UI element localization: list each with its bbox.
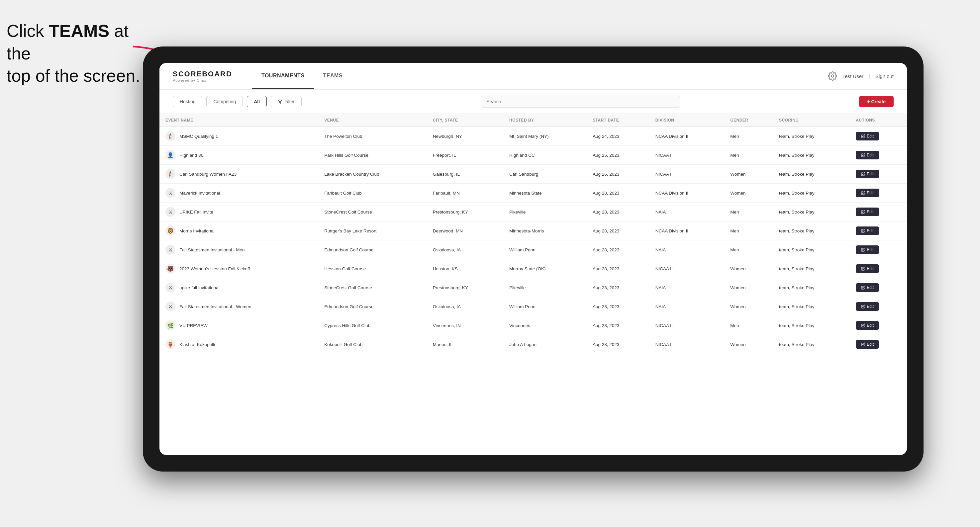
instruction-text: Click TEAMS at thetop of the screen. — [6, 20, 146, 87]
col-gender: GENDER — [724, 114, 773, 127]
user-name: Test User — [842, 73, 863, 79]
event-name-text: upike fall invitational — [180, 285, 220, 290]
cell-actions: Edit — [850, 278, 907, 297]
edit-button[interactable]: Edit — [856, 132, 879, 140]
hosting-tab-button[interactable]: Hosting — [173, 96, 202, 107]
edit-button[interactable]: Edit — [856, 227, 879, 235]
edit-button[interactable]: Edit — [856, 283, 879, 292]
cell-actions: Edit — [850, 316, 907, 335]
edit-button[interactable]: Edit — [856, 189, 879, 197]
cell-gender: Men — [724, 316, 773, 335]
table-row: 🏌 MSMC Qualifying 1 The Powelton Club Ne… — [159, 127, 907, 146]
logo-area: SCOREBOARD Powered by Clippi — [173, 70, 232, 83]
col-hosted-by: HOSTED BY — [503, 114, 587, 127]
event-name-text: Fall Statesmen Invitational - Men — [180, 248, 245, 252]
cell-gender: Men — [724, 222, 773, 240]
cell-actions: Edit — [850, 127, 907, 146]
cell-venue: StoneCrest Golf Course — [318, 203, 427, 222]
cell-start-date: Aug 28, 2023 — [587, 222, 649, 240]
edit-button[interactable]: Edit — [856, 151, 879, 159]
cell-actions: Edit — [850, 335, 907, 354]
logo-title: SCOREBOARD — [173, 70, 232, 78]
sign-out-link[interactable]: Sign out — [875, 73, 894, 79]
create-button[interactable]: + Create — [859, 96, 894, 107]
col-start-date: START DATE — [587, 114, 649, 127]
cell-event-name: 🏌 Carl Sandburg Women FA23 — [159, 165, 318, 184]
edit-button[interactable]: Edit — [856, 321, 879, 330]
tab-teams[interactable]: TEAMS — [314, 63, 352, 89]
cell-hosted-by: William Penn — [503, 240, 587, 259]
cell-city-state: Deerwood, MN — [427, 222, 503, 240]
event-name-text: MSMC Qualifying 1 — [180, 134, 218, 139]
cell-hosted-by: Murray State (OK) — [503, 259, 587, 278]
nav-bar: SCOREBOARD Powered by Clippi TOURNAMENTS… — [159, 63, 907, 90]
cell-gender: Men — [724, 203, 773, 222]
cell-hosted-by: Pikeville — [503, 203, 587, 222]
table-row: ⚔ upike fall invitational StoneCrest Gol… — [159, 278, 907, 297]
cell-start-date: Aug 28, 2023 — [587, 278, 649, 297]
cell-actions: Edit — [850, 297, 907, 316]
cell-start-date: Aug 28, 2023 — [587, 297, 649, 316]
cell-actions: Edit — [850, 222, 907, 240]
table-header: EVENT NAME VENUE CITY, STATE HOSTED BY S… — [159, 114, 907, 127]
edit-button[interactable]: Edit — [856, 170, 879, 178]
cell-start-date: Aug 28, 2023 — [587, 335, 649, 354]
cell-city-state: Freeport, IL — [427, 146, 503, 165]
col-division: DIVISION — [649, 114, 724, 127]
settings-icon[interactable] — [828, 71, 837, 81]
cell-venue: Ruttger's Bay Lake Resort — [318, 222, 427, 240]
cell-gender: Men — [724, 146, 773, 165]
all-tab-button[interactable]: All — [247, 96, 267, 107]
cell-division: NICAA I — [649, 165, 724, 184]
cell-start-date: Aug 25, 2023 — [587, 146, 649, 165]
cell-actions: Edit — [850, 259, 907, 278]
cell-scoring: team, Stroke Play — [773, 297, 850, 316]
event-icon: 🦁 — [165, 226, 175, 236]
table-row: 🌿 VU PREVIEW Cypress Hills Golf Club Vin… — [159, 316, 907, 335]
table-row: 🏌 Carl Sandburg Women FA23 Lake Bracken … — [159, 165, 907, 184]
cell-event-name: ⚔ Fall Statesmen Invitational - Men — [159, 240, 318, 259]
competing-tab-button[interactable]: Competing — [206, 96, 243, 107]
edit-icon — [861, 191, 865, 195]
cell-hosted-by: Pikeville — [503, 278, 587, 297]
cell-scoring: team, Stroke Play — [773, 203, 850, 222]
edit-button[interactable]: Edit — [856, 340, 879, 349]
cell-gender: Women — [724, 184, 773, 203]
cell-start-date: Aug 26, 2023 — [587, 165, 649, 184]
cell-division: NAIA — [649, 297, 724, 316]
table-row: ⚔ Fall Statesmen Invitational - Men Edmu… — [159, 240, 907, 259]
tab-tournaments[interactable]: TOURNAMENTS — [252, 63, 314, 89]
cell-city-state: Marion, IL — [427, 335, 503, 354]
cell-scoring: team, Stroke Play — [773, 146, 850, 165]
cell-scoring: team, Stroke Play — [773, 240, 850, 259]
table-row: ⚔ Maverick Invitational Faribault Golf C… — [159, 184, 907, 203]
cell-event-name: 👤 Highland 36 — [159, 146, 318, 165]
cell-venue: Park Hills Golf Course — [318, 146, 427, 165]
event-name-text: UPIKE Fall Invite — [180, 210, 213, 214]
cell-event-name: ⚔ Maverick Invitational — [159, 184, 318, 203]
edit-icon — [861, 305, 865, 308]
edit-icon — [861, 342, 865, 346]
tablet-frame: SCOREBOARD Powered by Clippi TOURNAMENTS… — [143, 46, 924, 471]
edit-button[interactable]: Edit — [856, 264, 879, 273]
event-name-text: Klash at Kokopelli — [180, 342, 215, 347]
cell-start-date: Aug 28, 2023 — [587, 203, 649, 222]
filter-button[interactable]: Filter — [271, 96, 302, 107]
table-body: 🏌 MSMC Qualifying 1 The Powelton Club Ne… — [159, 127, 907, 354]
edit-button[interactable]: Edit — [856, 208, 879, 216]
logo-subtitle: Powered by Clippi — [173, 78, 232, 83]
event-name-text: Fall Statesmen Invitational - Women — [180, 304, 251, 309]
cell-event-name: 🏺 Klash at Kokopelli — [159, 335, 318, 354]
event-icon: 🏌 — [165, 131, 175, 141]
cell-hosted-by: Mt. Saint Mary (NY) — [503, 127, 587, 146]
cell-venue: Kokopelli Golf Club — [318, 335, 427, 354]
cell-city-state: Prestonsburg, KY — [427, 203, 503, 222]
search-input[interactable] — [481, 96, 680, 108]
cell-venue: Faribault Golf Club — [318, 184, 427, 203]
edit-button[interactable]: Edit — [856, 245, 879, 254]
cell-event-name: 🏌 MSMC Qualifying 1 — [159, 127, 318, 146]
search-wrap — [305, 96, 855, 108]
edit-button[interactable]: Edit — [856, 302, 879, 311]
cell-gender: Women — [724, 259, 773, 278]
cell-start-date: Aug 28, 2023 — [587, 316, 649, 335]
